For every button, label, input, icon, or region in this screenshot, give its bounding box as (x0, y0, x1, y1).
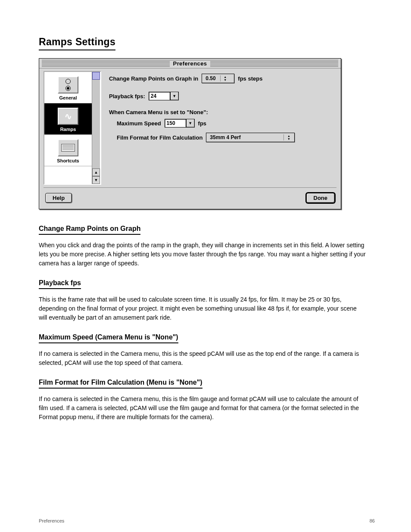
help-button[interactable]: Help (45, 193, 72, 203)
label-playback-fps: Playback fps: (109, 93, 145, 100)
change-ramp-stepper[interactable]: 0.50 ▲▼ (202, 74, 234, 83)
sidebar-item-label: Shortcuts (46, 158, 90, 163)
preferences-content: Change Ramp Points on Graph in 0.50 ▲▼ f… (101, 71, 336, 185)
text-film-format: If no camera is selected in the Camera m… (39, 395, 366, 422)
max-speed-field[interactable]: 150 (165, 119, 186, 128)
popup-arrows-icon: ▲▼ (283, 134, 292, 140)
label-film-format: Film Format for Film Calculation (117, 134, 202, 141)
preferences-dialog: Preferences General (39, 58, 341, 209)
change-ramp-value: 0.50 (206, 75, 215, 81)
text-playback-fps: This is the frame rate that will be used… (39, 295, 366, 322)
sidebar-item-label: General (46, 95, 90, 100)
heading-change-ramp-points: Change Ramp Points on Graph (39, 225, 140, 235)
row-camera-none-heading: When Camera Menu is set to "None": (109, 109, 334, 115)
row-max-speed: Maximum Speed 150 ▼ fps (117, 119, 334, 128)
label-fps-steps: fps steps (238, 75, 262, 82)
radio-buttons-icon (58, 76, 78, 93)
sidebar-scrollbar[interactable]: ▲ ▼ (92, 72, 100, 184)
footer-section-name: Preferences (39, 518, 64, 523)
label-change-ramp: Change Ramp Points on Graph in (109, 75, 198, 82)
keyboard-icon (58, 139, 78, 156)
sidebar-item-ramps[interactable]: ∿ Ramps (44, 103, 92, 135)
film-format-popup[interactable]: 35mm 4 Perf ▲▼ (206, 133, 295, 142)
row-playback-fps: Playback fps: 24 ▼ (109, 92, 334, 100)
page-footer: Preferences 86 (39, 518, 375, 523)
label-max-speed: Maximum Speed (117, 120, 161, 127)
dialog-button-row: Help Done (39, 188, 341, 209)
max-speed-dropdown[interactable]: ▼ (186, 119, 195, 128)
scrollbar-track[interactable] (92, 80, 100, 168)
film-format-value: 35mm 4 Perf (210, 134, 240, 140)
label-camera-none-heading: When Camera Menu is set to "None": (109, 109, 208, 115)
stepper-arrows-icon: ▲▼ (220, 75, 228, 81)
heading-film-format: Film Format for Film Calculation (Menu i… (39, 379, 202, 389)
sidebar-item-shortcuts[interactable]: Shortcuts (44, 135, 92, 166)
playback-fps-field[interactable]: 24 (149, 92, 170, 100)
dialog-title: Preferences (170, 60, 211, 67)
heading-ramps-settings: Ramps Settings (39, 36, 115, 50)
done-button[interactable]: Done (306, 193, 335, 203)
scrollbar-down-icon[interactable]: ▼ (92, 176, 100, 184)
footer-page-number: 86 (370, 518, 375, 523)
playback-fps-dropdown[interactable]: ▼ (170, 92, 179, 100)
ramp-curve-icon: ∿ (58, 108, 78, 125)
sidebar-item-general[interactable]: General (44, 72, 92, 103)
text-maximum-speed: If no camera is selected in the Camera m… (39, 349, 366, 367)
dialog-titlebar[interactable]: Preferences (39, 59, 341, 68)
heading-maximum-speed: Maximum Speed (Camera Menu is "None") (39, 333, 178, 343)
heading-playback-fps: Playback fps (39, 279, 81, 289)
row-film-format: Film Format for Film Calculation 35mm 4 … (117, 133, 334, 142)
preferences-category-list: General ∿ Ramps Shortcuts (44, 71, 101, 185)
text-change-ramp-points: When you click and drag the points of th… (39, 241, 366, 268)
scrollbar-thumb[interactable] (92, 72, 100, 80)
row-change-ramp: Change Ramp Points on Graph in 0.50 ▲▼ f… (109, 74, 334, 83)
sidebar-item-label: Ramps (46, 127, 90, 132)
label-max-speed-unit: fps (198, 120, 207, 127)
scrollbar-up-icon[interactable]: ▲ (92, 168, 100, 176)
